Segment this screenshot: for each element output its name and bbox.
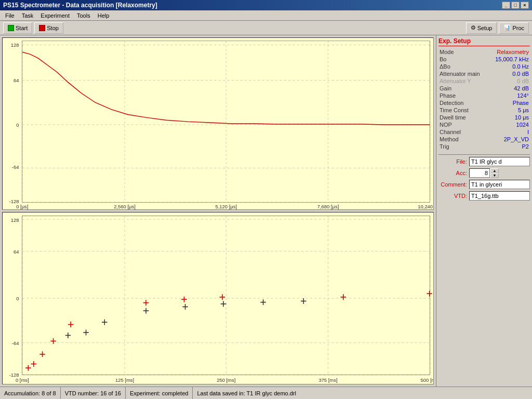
setup-icon: ⚙ — [471, 24, 476, 31]
svg-text:125 [ms]: 125 [ms] — [115, 377, 134, 382]
menu-tools[interactable]: Tools — [74, 12, 94, 19]
proc-label: Proc — [512, 25, 524, 31]
right-panel: Exp. Setup Mode Relaxometry Bo 15,000.7 … — [436, 35, 532, 387]
param-dwell-label: Dwell time — [438, 114, 488, 121]
charts-area: 128 64 0 -64 -128 — [0, 35, 436, 387]
svg-text:7,680 [μs]: 7,680 [μs] — [317, 204, 339, 209]
proc-button[interactable]: 📊 Proc — [499, 22, 529, 34]
menu-file[interactable]: File — [2, 12, 18, 19]
param-mode-label: Mode — [438, 48, 488, 56]
param-trig-label: Trig — [438, 143, 488, 150]
acc-spinner-buttons: ▲ ▼ — [490, 168, 499, 178]
chart1-container: 128 64 0 -64 -128 — [2, 37, 434, 210]
file-label: File: — [438, 158, 467, 165]
stop-icon — [39, 25, 45, 31]
param-att-main: Attenuator main 0.0 dB — [438, 70, 530, 77]
param-detection-label: Detection — [438, 99, 488, 107]
start-icon — [8, 25, 14, 31]
param-bo-label: Bo — [438, 56, 488, 63]
acc-input[interactable] — [469, 168, 490, 178]
svg-text:5,120 [μs]: 5,120 [μs] — [215, 204, 237, 209]
param-dbo: ΔBo 0.0 Hz — [438, 63, 530, 70]
svg-text:128: 128 — [11, 43, 19, 48]
exp-setup-title: Exp. Setup — [438, 37, 530, 46]
svg-text:-64: -64 — [12, 340, 19, 346]
param-trig: Trig P2 — [438, 143, 530, 150]
param-dwell-value: 10 μs — [488, 114, 530, 121]
param-dwell: Dwell time 10 μs — [438, 114, 530, 121]
experiment-text: Experiment: completed — [130, 390, 189, 396]
param-method-value: 2P_X_VD — [488, 136, 530, 143]
menu-task[interactable]: Task — [19, 12, 37, 19]
param-dbo-value: 0.0 Hz — [488, 63, 530, 70]
param-channel-value: I — [488, 128, 530, 136]
param-att-y-label: Attenuator Y — [438, 77, 488, 85]
status-experiment: Experiment: completed — [126, 387, 193, 399]
status-accumulation: Accumulation: 8 of 8 — [0, 387, 61, 399]
param-channel: Channel I — [438, 128, 530, 136]
svg-text:500 [ms]: 500 [ms] — [421, 377, 433, 382]
param-gain-value: 42 dB — [488, 85, 530, 92]
param-phase: Phase 124° — [438, 92, 530, 99]
param-att-y-value: 0 dB — [488, 77, 530, 85]
minimize-button[interactable]: _ — [502, 2, 510, 9]
maximize-button[interactable]: □ — [511, 2, 520, 9]
param-timeconst-label: Time Const — [438, 107, 488, 114]
file-input[interactable] — [469, 157, 530, 166]
svg-text:0 [μs]: 0 [μs] — [16, 204, 28, 209]
param-trig-value: P2 — [488, 143, 530, 150]
svg-text:250 [ms]: 250 [ms] — [217, 377, 235, 382]
param-timeconst: Time Const 5 μs — [438, 107, 530, 114]
chart2-svg: 128 64 0 -64 -128 — [3, 212, 433, 384]
svg-text:0: 0 — [16, 296, 19, 301]
param-att-main-label: Attenuator main — [438, 70, 488, 77]
param-channel-label: Channel — [438, 128, 488, 136]
proc-icon: 📊 — [503, 24, 511, 31]
status-vtd: VTD number: 16 of 16 — [61, 387, 126, 399]
svg-text:-128: -128 — [9, 200, 19, 205]
stop-label: Stop — [47, 25, 59, 31]
acc-down-button[interactable]: ▼ — [490, 173, 499, 178]
vtd-input[interactable] — [469, 191, 530, 201]
close-button[interactable]: × — [521, 2, 529, 9]
svg-text:-64: -64 — [12, 165, 19, 170]
svg-text:64: 64 — [14, 249, 19, 255]
statusbar: Accumulation: 8 of 8 VTD number: 16 of 1… — [0, 387, 532, 399]
param-nop: NOP 1024 — [438, 121, 530, 128]
vtd-text: VTD number: 16 of 16 — [65, 390, 121, 396]
svg-text:375 [ms]: 375 [ms] — [318, 377, 337, 382]
param-att-y: Attenuator Y 0 dB — [438, 77, 530, 85]
start-label: Start — [16, 25, 28, 31]
menu-help[interactable]: Help — [95, 12, 113, 19]
param-mode-value: Relaxometry — [488, 48, 530, 56]
svg-text:128: 128 — [11, 217, 19, 222]
param-mode: Mode Relaxometry — [438, 48, 530, 56]
comment-input[interactable] — [469, 180, 530, 189]
param-method: Method 2P_X_VD — [438, 136, 530, 143]
param-detection: Detection Phase — [438, 99, 530, 107]
acc-up-button[interactable]: ▲ — [490, 168, 499, 173]
acc-spinner: ▲ ▼ — [469, 168, 499, 178]
svg-text:0 [ms]: 0 [ms] — [16, 377, 29, 382]
menu-experiment[interactable]: Experiment — [37, 12, 73, 19]
start-button[interactable]: Start — [3, 22, 32, 34]
status-saved: Last data saved in: T1 IR glyc demo.drl — [193, 387, 300, 399]
param-nop-value: 1024 — [488, 121, 530, 128]
acc-field-row: Acc: ▲ ▼ — [438, 168, 530, 178]
file-field-row: File: — [438, 157, 530, 166]
vtd-label: VTD: — [438, 193, 467, 199]
menubar: File Task Experiment Tools Help — [0, 10, 532, 21]
param-method-label: Method — [438, 136, 488, 143]
param-detection-value: Phase — [488, 99, 530, 107]
svg-rect-0 — [3, 38, 433, 209]
acc-label: Acc: — [438, 170, 467, 176]
window-controls[interactable]: _ □ × — [502, 2, 529, 9]
setup-button[interactable]: ⚙ Setup — [466, 22, 497, 34]
param-timeconst-value: 5 μs — [488, 107, 530, 114]
chart1-svg: 128 64 0 -64 -128 — [3, 38, 433, 209]
stop-button[interactable]: Stop — [34, 22, 63, 34]
param-bo-value: 15,000.7 kHz — [488, 56, 530, 63]
main-content: 128 64 0 -64 -128 — [0, 35, 532, 387]
param-att-main-value: 0.0 dB — [488, 70, 530, 77]
chart2-container: 128 64 0 -64 -128 — [2, 212, 434, 384]
